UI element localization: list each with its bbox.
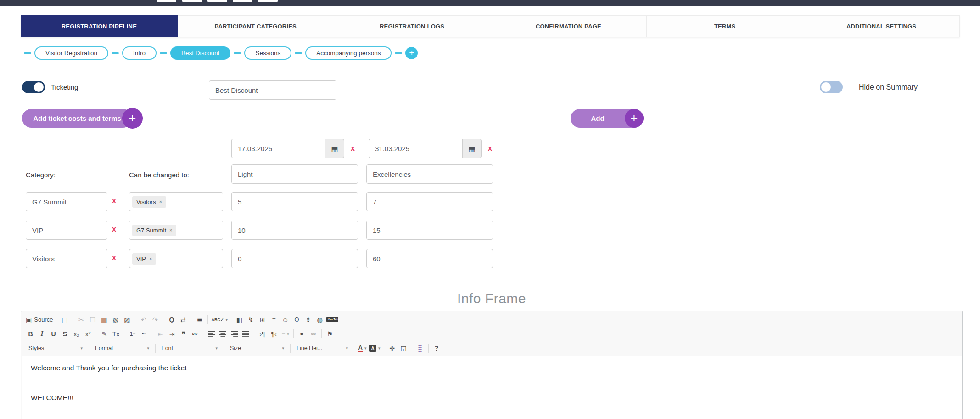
editor-content-area[interactable]: Welcome and Thank you for purchasing the… xyxy=(22,356,962,419)
special-character-icon[interactable]: Ω xyxy=(291,314,302,325)
chip-remove-icon[interactable]: × xyxy=(149,256,152,261)
calendar-button[interactable]: ▦ xyxy=(462,139,482,158)
styles-dropdown[interactable]: Styles ▾ xyxy=(25,342,86,354)
step-best-discount[interactable]: Best Discount xyxy=(170,46,230,60)
remove-category-button[interactable]: x xyxy=(112,254,116,262)
tab-registration-logs[interactable]: REGISTRATION LOGS xyxy=(334,15,491,37)
strikethrough-icon[interactable]: S xyxy=(59,328,71,340)
hide-on-summary-toggle[interactable] xyxy=(820,81,843,93)
background-color-button[interactable]: A ▾ xyxy=(368,343,381,354)
remove-start-date-button[interactable]: x xyxy=(351,144,355,153)
unlink-icon[interactable]: ⚮ xyxy=(308,328,319,340)
italic-icon[interactable]: I xyxy=(36,328,48,340)
decrease-indent-icon[interactable]: ⇤ xyxy=(155,328,166,340)
language-button[interactable]: ≡ ▾ xyxy=(280,328,291,340)
step-accompanying-persons[interactable]: Accompanying persons xyxy=(305,46,392,60)
add-step-button[interactable]: + xyxy=(405,47,418,59)
price-input-col3[interactable] xyxy=(231,221,358,240)
spellcheck-button[interactable]: ABC✓ ▾ xyxy=(210,314,229,325)
text-direction-ltr-icon[interactable]: ›¶ xyxy=(257,328,268,340)
tab-terms[interactable]: TERMS xyxy=(647,15,803,37)
ticket-name-input-excellencies[interactable] xyxy=(366,164,493,184)
table-icon[interactable]: ⊞ xyxy=(257,314,268,325)
underline-icon[interactable]: U xyxy=(48,328,59,340)
anchor-icon[interactable]: ⚑ xyxy=(324,328,336,340)
remove-end-date-button[interactable]: x xyxy=(488,144,492,153)
bulleted-list-icon[interactable]: •≡ xyxy=(138,328,150,340)
start-date-input[interactable]: 17.03.2025 xyxy=(231,139,325,158)
tab-confirmation-page[interactable]: CONFIRMATION PAGE xyxy=(490,15,647,37)
category-name-input[interactable] xyxy=(26,249,107,268)
font-dropdown[interactable]: Font ▾ xyxy=(158,342,221,354)
source-button[interactable]: ▣ Source xyxy=(25,314,54,325)
ticketing-toggle[interactable] xyxy=(22,81,45,93)
smiley-icon[interactable]: ☺ xyxy=(280,314,291,325)
grid-plugin-icon[interactable]: ⣿ xyxy=(414,343,426,354)
step-name-input[interactable] xyxy=(209,80,336,100)
paste-from-word-icon[interactable]: ▨ xyxy=(121,314,133,325)
align-left-icon[interactable] xyxy=(206,328,217,340)
copy-formatting-icon[interactable]: ✎ xyxy=(99,328,110,340)
remove-format-icon[interactable]: Tx xyxy=(110,328,122,340)
replace-icon[interactable]: ⇄ xyxy=(177,314,189,325)
plus-icon[interactable]: + xyxy=(122,108,143,129)
copy-icon[interactable]: ❐ xyxy=(87,314,98,325)
step-visitor-registration[interactable]: Visitor Registration xyxy=(34,46,108,60)
paste-plain-text-icon[interactable]: ▧ xyxy=(110,314,121,325)
plus-icon[interactable]: + xyxy=(625,109,644,128)
maximize-icon[interactable]: ✜ xyxy=(386,343,398,354)
youtube-button[interactable]: You Tube xyxy=(325,314,339,325)
line-height-dropdown[interactable]: Line Hei... ▾ xyxy=(293,342,352,354)
chip-remove-icon[interactable]: × xyxy=(159,199,162,204)
numbered-list-icon[interactable]: 1≡ xyxy=(127,328,138,340)
remove-category-button[interactable]: x xyxy=(112,225,116,233)
category-name-input[interactable] xyxy=(26,192,107,211)
chip-remove-icon[interactable]: × xyxy=(169,227,172,233)
bold-icon[interactable]: B xyxy=(25,328,36,340)
can-change-to-field[interactable]: VIP × xyxy=(129,249,223,268)
price-input-col4[interactable] xyxy=(366,249,493,268)
align-center-icon[interactable] xyxy=(217,328,229,340)
flash-icon[interactable]: ↯ xyxy=(245,314,257,325)
align-right-icon[interactable] xyxy=(229,328,240,340)
tab-participant-categories[interactable]: PARTICIPANT CATEGORIES xyxy=(178,15,334,37)
link-icon[interactable]: ⚭ xyxy=(296,328,308,340)
can-change-to-field[interactable]: Visitors × xyxy=(129,192,223,211)
can-change-to-field[interactable]: G7 Summit × xyxy=(129,221,223,240)
div-container-icon[interactable]: DIV xyxy=(189,328,201,340)
size-dropdown[interactable]: Size ▾ xyxy=(226,342,288,354)
image-icon[interactable]: ◧ xyxy=(234,314,245,325)
end-date-input[interactable]: 31.03.2025 xyxy=(369,139,462,158)
text-color-button[interactable]: A ▾ xyxy=(357,343,368,354)
justify-icon[interactable] xyxy=(240,328,252,340)
remove-category-button[interactable]: x xyxy=(112,197,116,205)
select-all-icon[interactable]: ≣ xyxy=(194,314,205,325)
new-page-icon[interactable]: ▤ xyxy=(59,314,70,325)
step-sessions[interactable]: Sessions xyxy=(244,46,291,60)
price-input-col3[interactable] xyxy=(231,249,358,268)
step-intro[interactable]: Intro xyxy=(122,46,157,60)
about-icon[interactable]: ? xyxy=(431,343,442,354)
price-input-col3[interactable] xyxy=(231,192,358,211)
tab-additional-settings[interactable]: ADDITIONAL SETTINGS xyxy=(803,15,960,37)
find-icon[interactable]: Q xyxy=(166,314,177,325)
price-input-col4[interactable] xyxy=(366,221,493,240)
text-direction-rtl-icon[interactable]: ¶‹ xyxy=(268,328,280,340)
add-button[interactable]: Add + xyxy=(571,109,644,128)
page-break-icon[interactable]: ⇟ xyxy=(302,314,314,325)
superscript-icon[interactable]: x² xyxy=(82,328,94,340)
iframe-icon[interactable]: ◍ xyxy=(314,314,325,325)
category-name-input[interactable] xyxy=(26,221,107,240)
show-blocks-icon[interactable]: ◱ xyxy=(398,343,409,354)
undo-icon[interactable]: ↶ xyxy=(138,314,149,325)
increase-indent-icon[interactable]: ⇥ xyxy=(166,328,178,340)
add-ticket-costs-button[interactable]: Add ticket costs and terms + xyxy=(22,109,132,128)
format-dropdown[interactable]: Format ▾ xyxy=(91,342,153,354)
horizontal-rule-icon[interactable]: ≡ xyxy=(268,314,280,325)
paste-icon[interactable]: ▥ xyxy=(98,314,110,325)
calendar-button[interactable]: ▦ xyxy=(325,139,344,158)
redo-icon[interactable]: ↷ xyxy=(149,314,161,325)
ticket-name-input-light[interactable] xyxy=(231,164,358,184)
subscript-icon[interactable]: x₂ xyxy=(71,328,82,340)
tab-registration-pipeline[interactable]: REGISTRATION PIPELINE xyxy=(21,15,178,37)
